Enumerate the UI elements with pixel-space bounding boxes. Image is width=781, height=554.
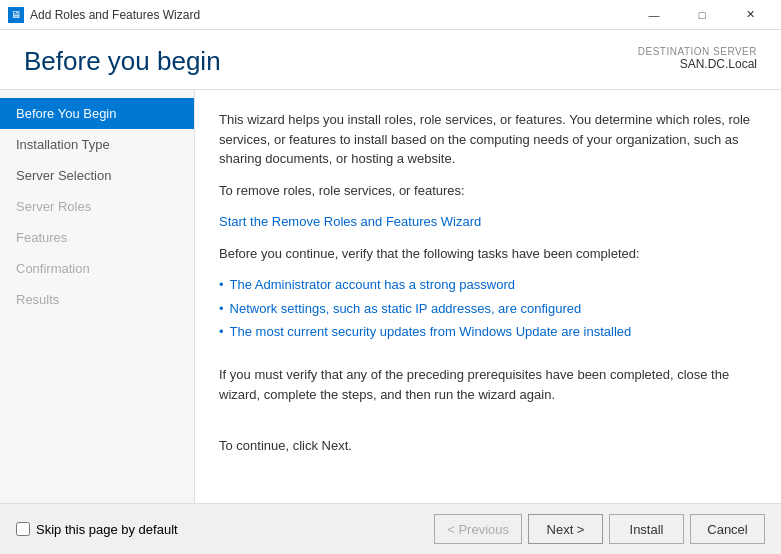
content-area: This wizard helps you install roles, rol… [195, 90, 781, 503]
cancel-button[interactable]: Cancel [690, 514, 765, 544]
server-name: SAN.DC.Local [638, 57, 757, 71]
page-title: Before you begin [24, 46, 221, 77]
window-body: Before you begin DESTINATION SERVER SAN.… [0, 30, 781, 554]
maximize-button[interactable]: □ [679, 0, 725, 30]
skip-page-checkbox[interactable] [16, 522, 30, 536]
window-title: Add Roles and Features Wizard [30, 8, 631, 22]
page-header: Before you begin DESTINATION SERVER SAN.… [0, 30, 781, 90]
sidebar: Before You Begin Installation Type Serve… [0, 90, 195, 503]
bullet-list: • The Administrator account has a strong… [219, 275, 757, 342]
remove-label: To remove roles, role services, or featu… [219, 181, 757, 201]
wizard-footer: Skip this page by default < Previous Nex… [0, 503, 781, 554]
previous-button[interactable]: < Previous [434, 514, 522, 544]
prerequisite-paragraph: If you must verify that any of the prece… [219, 365, 757, 404]
bullet-item-2: • Network settings, such as static IP ad… [219, 299, 757, 319]
continue-paragraph: To continue, click Next. [219, 436, 757, 456]
bullet-item-1: • The Administrator account has a strong… [219, 275, 757, 295]
intro-paragraph: This wizard helps you install roles, rol… [219, 110, 757, 169]
title-bar: 🖥 Add Roles and Features Wizard — □ ✕ [0, 0, 781, 30]
wizard-body: Before You Begin Installation Type Serve… [0, 90, 781, 503]
verify-paragraph: Before you continue, verify that the fol… [219, 244, 757, 264]
sidebar-item-server-roles: Server Roles [0, 191, 194, 222]
skip-page-label: Skip this page by default [36, 522, 178, 537]
bullet-item-3: • The most current security updates from… [219, 322, 757, 342]
destination-server-info: DESTINATION SERVER SAN.DC.Local [638, 46, 757, 71]
footer-buttons: < Previous Next > Install Cancel [434, 514, 765, 544]
footer-left: Skip this page by default [16, 522, 434, 537]
app-icon: 🖥 [8, 7, 24, 23]
next-button[interactable]: Next > [528, 514, 603, 544]
sidebar-item-installation-type[interactable]: Installation Type [0, 129, 194, 160]
sidebar-item-confirmation: Confirmation [0, 253, 194, 284]
close-button[interactable]: ✕ [727, 0, 773, 30]
window-controls: — □ ✕ [631, 0, 773, 30]
sidebar-item-before-you-begin[interactable]: Before You Begin [0, 98, 194, 129]
sidebar-item-features: Features [0, 222, 194, 253]
sidebar-item-results: Results [0, 284, 194, 315]
skip-page-area: Skip this page by default [16, 522, 178, 537]
install-button[interactable]: Install [609, 514, 684, 544]
destination-label: DESTINATION SERVER [638, 46, 757, 57]
minimize-button[interactable]: — [631, 0, 677, 30]
remove-link[interactable]: Start the Remove Roles and Features Wiza… [219, 214, 481, 229]
sidebar-item-server-selection[interactable]: Server Selection [0, 160, 194, 191]
